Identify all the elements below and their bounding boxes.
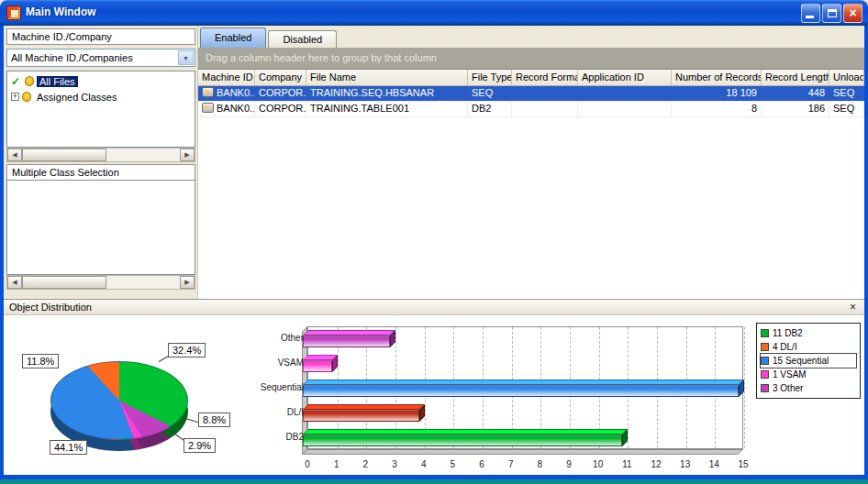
cell: TRAINING.SEQ.HBSANAR <box>306 86 468 101</box>
column-header[interactable]: Record Length <box>762 70 829 86</box>
scroll-right-icon[interactable]: ▶ <box>180 276 195 289</box>
legend-label: 11 DB2 <box>773 328 803 338</box>
minimize-icon <box>806 16 814 18</box>
x-tick-label: 10 <box>589 459 607 469</box>
scrollbar-track[interactable] <box>22 276 180 289</box>
minimize-button[interactable] <box>801 4 820 23</box>
legend-swatch-icon <box>761 384 769 392</box>
legend-label: 1 VSAM <box>773 369 807 380</box>
dataset-icon <box>202 103 214 113</box>
column-header[interactable]: Machine ID <box>198 70 255 86</box>
cell <box>578 86 672 101</box>
scroll-left-icon[interactable]: ◀ <box>7 276 22 289</box>
legend-item[interactable]: 15 Sequential <box>761 354 856 368</box>
legend-item[interactable]: 1 VSAM <box>761 368 856 381</box>
object-distribution-header: Object Distribution × <box>4 299 864 315</box>
column-header[interactable]: Unload I... <box>829 70 864 86</box>
bar <box>303 434 622 446</box>
cell: TRAINING.TABLE001 <box>306 102 468 116</box>
close-icon: × <box>849 5 856 22</box>
legend-item[interactable]: 4 DL/I <box>761 340 856 354</box>
column-header[interactable]: File Type <box>468 70 512 86</box>
panel-close-icon[interactable]: × <box>846 301 860 314</box>
cell: CORPOR... <box>255 102 306 116</box>
window-border-right <box>864 26 868 479</box>
bar-chart: 0123456789101112131415OtherVSAMSequentia… <box>4 315 864 475</box>
close-button[interactable]: × <box>843 4 862 23</box>
x-tick-label: 11 <box>618 459 636 469</box>
cell <box>512 86 578 101</box>
expand-plus-icon[interactable]: + <box>11 93 19 101</box>
cell: CORPOR... <box>255 86 306 101</box>
dataset-icon <box>202 87 214 97</box>
x-tick-label: 12 <box>647 459 665 469</box>
bell-icon <box>25 76 34 86</box>
combobox-value: All Machine ID./Companies <box>11 51 133 65</box>
tab-enabled[interactable]: Enabled <box>200 28 266 48</box>
legend-swatch-icon <box>761 329 769 337</box>
cell: 448 <box>762 86 829 101</box>
legend-swatch-icon <box>761 343 769 351</box>
scrollbar-thumb[interactable] <box>22 276 106 289</box>
panel-title: Object Distribution <box>9 302 92 313</box>
y-category-label: VSAM <box>235 358 304 368</box>
x-tick-label: 13 <box>676 459 695 469</box>
grid-body[interactable]: BANK0...CORPOR...TRAINING.SEQ.HBSANARSEQ… <box>198 86 864 299</box>
legend-label: 15 Sequential <box>773 356 829 366</box>
cell <box>512 102 578 116</box>
legend-swatch-icon <box>761 357 769 365</box>
tab-disabled[interactable]: Disabled <box>268 30 337 48</box>
machine-company-combobox[interactable]: All Machine ID./Companies ▼ <box>6 49 195 67</box>
title-bar[interactable]: Main Window × <box>0 0 868 26</box>
column-header[interactable]: Number of Records <box>672 70 762 86</box>
tree-horizontal-scrollbar[interactable]: ◀ ▶ <box>6 148 195 162</box>
y-category-label: DL/I <box>235 407 304 417</box>
table-row[interactable]: BANK0...CORPOR...TRAINING.SEQ.HBSANARSEQ… <box>198 86 864 102</box>
cell: SEQ <box>468 86 512 101</box>
multiple-class-selection-header: Multiple Class Selection <box>6 164 195 181</box>
tree-item-all-files[interactable]: ✓ All Files <box>7 73 195 89</box>
scroll-right-icon[interactable]: ▶ <box>180 148 195 161</box>
x-tick-label: 14 <box>705 459 723 469</box>
chart-floor <box>302 449 743 455</box>
maximize-icon <box>828 9 837 17</box>
class-selection-area[interactable] <box>6 180 195 275</box>
group-by-panel[interactable]: Drag a column header here to group by th… <box>198 48 864 70</box>
files-tree: ✓ All Files + Assigned Classes <box>6 71 195 148</box>
tree-item-label: All Files <box>37 76 78 87</box>
window-content: Machine ID./Company All Machine ID./Comp… <box>4 26 864 475</box>
main-window: Main Window × Machine ID./Company All Ma… <box>0 0 868 484</box>
x-tick-label: 2 <box>356 459 374 469</box>
column-header[interactable]: Application ID <box>578 70 672 86</box>
column-header[interactable]: Record Format <box>512 70 578 86</box>
x-tick-label: 0 <box>298 459 317 469</box>
cell: SEQ <box>829 86 864 101</box>
scroll-left-icon[interactable]: ◀ <box>7 148 22 161</box>
column-header[interactable]: File Name <box>306 70 468 86</box>
x-tick-label: 5 <box>443 459 462 469</box>
chart-legend: 11 DB24 DL/I15 Sequential1 VSAM3 Other <box>756 323 861 399</box>
y-category-label: Other <box>235 333 304 343</box>
bar <box>303 360 332 372</box>
legend-label: 4 DL/I <box>773 342 797 352</box>
legend-item[interactable]: 11 DB2 <box>761 326 856 340</box>
y-category-label: Sequential <box>235 382 304 392</box>
x-tick-label: 8 <box>530 459 549 469</box>
class-horizontal-scrollbar[interactable]: ◀ ▶ <box>6 275 195 290</box>
legend-item[interactable]: 3 Other <box>761 381 856 395</box>
window-title: Main Window <box>26 0 96 25</box>
y-category-label: DB2 <box>235 432 304 442</box>
table-row[interactable]: BANK0...CORPOR...TRAINING.TABLE001DB2818… <box>198 102 864 117</box>
scrollbar-track[interactable] <box>22 148 180 161</box>
scrollbar-thumb[interactable] <box>22 148 106 161</box>
column-header[interactable]: Company <box>255 70 306 86</box>
cell: 8 <box>672 102 762 116</box>
maximize-button[interactable] <box>822 4 841 23</box>
x-tick-label: 3 <box>385 459 404 469</box>
grid-header-row: Machine IDCompanyFile NameFile TypeRecor… <box>198 70 864 86</box>
tree-item-assigned-classes[interactable]: + Assigned Classes <box>7 89 195 104</box>
legend-label: 3 Other <box>773 383 803 393</box>
chevron-down-icon[interactable]: ▼ <box>178 50 194 65</box>
tree-item-label: Assigned Classes <box>34 92 119 103</box>
bottom-strip <box>0 479 868 484</box>
